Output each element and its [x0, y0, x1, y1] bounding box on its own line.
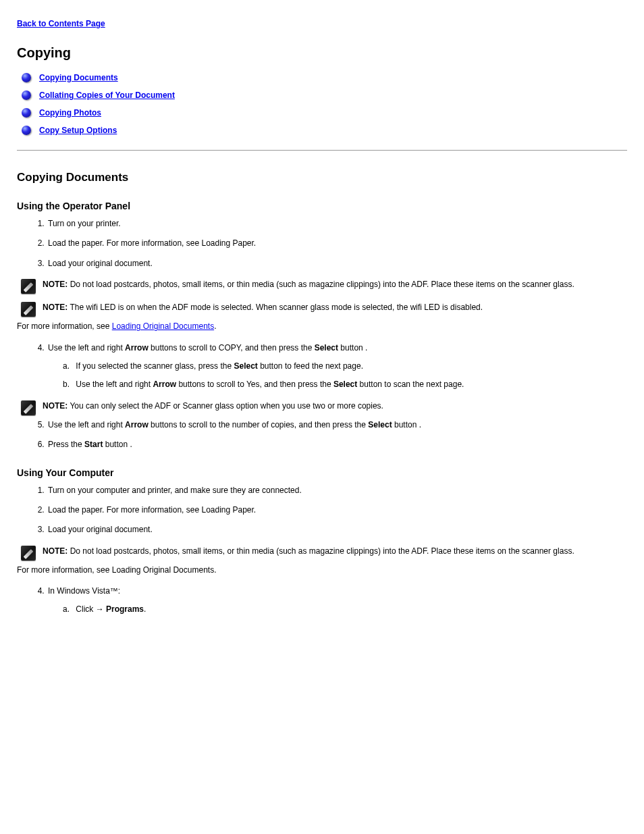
- step: Load the paper. For more information, se…: [47, 504, 627, 516]
- pencil-note-icon: [21, 400, 36, 415]
- pencil-note-icon: [21, 302, 36, 317]
- more-info-line-2: For more information, see Loading Origin…: [17, 565, 627, 576]
- sub-steps: a. Click → Programs.: [48, 604, 627, 615]
- step: Press the Start button .: [47, 439, 627, 450]
- step: Use the left and right Arrow buttons to …: [47, 342, 627, 391]
- divider: [17, 150, 627, 151]
- subsection-using-computer: Using Your Computer: [17, 467, 627, 478]
- bullet-icon: [22, 126, 31, 135]
- note: NOTE: You can only select the ADF or Sca…: [17, 400, 627, 415]
- steps-computer-4: In Windows Vista™: a. Click → Programs.: [17, 585, 627, 616]
- note-text: NOTE: The wifi LED is on when the ADF mo…: [43, 302, 483, 313]
- pencil-note-icon: [21, 279, 36, 294]
- sub-step-a: a. If you selected the scanner glass, pr…: [63, 361, 627, 372]
- note-text: NOTE: You can only select the ADF or Sca…: [43, 400, 383, 412]
- sub-steps: a. If you selected the scanner glass, pr…: [48, 361, 627, 391]
- step: In Windows Vista™: a. Click → Programs.: [47, 585, 627, 616]
- pencil-note-icon: [21, 546, 36, 561]
- note-text: NOTE: Do not load postcards, photos, sma…: [43, 546, 574, 557]
- step: Turn on your computer and printer, and m…: [47, 485, 627, 496]
- step: Load the paper. For more information, se…: [47, 238, 627, 249]
- subsection-operator-panel: Using the Operator Panel: [17, 201, 627, 211]
- more-info-line: For more information, see Loading Origin…: [17, 321, 627, 332]
- note: NOTE: The wifi LED is on when the ADF mo…: [17, 302, 627, 317]
- note: NOTE: Do not load postcards, photos, sma…: [17, 279, 627, 294]
- section-heading-copying-documents: Copying Documents: [17, 171, 627, 184]
- note-text: NOTE: Do not load postcards, photos, sma…: [43, 279, 574, 290]
- toc-link-copying-documents[interactable]: Copying Documents: [39, 73, 118, 82]
- step: Use the left and right Arrow buttons to …: [47, 419, 627, 431]
- back-to-contents-link[interactable]: Back to Contents Page: [17, 19, 105, 28]
- step: Load your original document.: [47, 258, 627, 269]
- toc-link-copying-photos[interactable]: Copying Photos: [39, 108, 101, 118]
- toc-link-collating[interactable]: Collating Copies of Your Document: [39, 90, 175, 100]
- bullet-icon: [22, 90, 31, 100]
- steps-operator-panel-1: Turn on your printer. Load the paper. Fo…: [17, 218, 627, 269]
- toc-item: Collating Copies of Your Document: [17, 90, 627, 100]
- note: NOTE: Do not load postcards, photos, sma…: [17, 546, 627, 561]
- step: Load your original document.: [47, 524, 627, 536]
- link-loading-original-documents[interactable]: Loading Original Documents: [112, 321, 214, 331]
- steps-operator-panel-3: Use the left and right Arrow buttons to …: [17, 419, 627, 451]
- toc-list: Copying Documents Collating Copies of Yo…: [17, 73, 627, 135]
- page-title: Copying: [17, 45, 627, 61]
- steps-operator-panel-2: Use the left and right Arrow buttons to …: [17, 342, 627, 391]
- bullet-icon: [22, 108, 31, 118]
- toc-link-copy-setup[interactable]: Copy Setup Options: [39, 126, 117, 135]
- sub-step-a: a. Click → Programs.: [63, 604, 627, 615]
- toc-item: Copying Documents: [17, 73, 627, 82]
- sub-step-b: b. Use the left and right Arrow buttons …: [63, 379, 627, 390]
- steps-computer: Turn on your computer and printer, and m…: [17, 485, 627, 536]
- toc-item: Copying Photos: [17, 108, 627, 118]
- bullet-icon: [22, 73, 31, 82]
- toc-item: Copy Setup Options: [17, 126, 627, 135]
- step: Turn on your printer.: [47, 218, 627, 230]
